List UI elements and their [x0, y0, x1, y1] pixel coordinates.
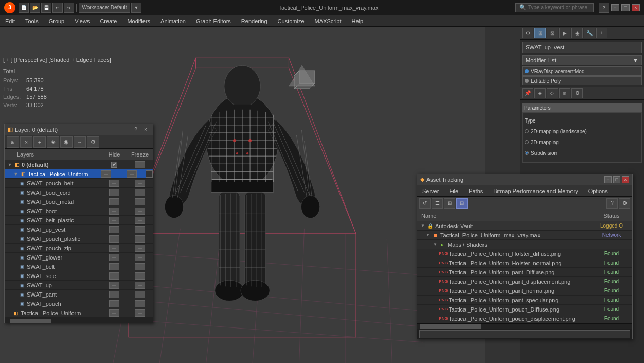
asset-menu-options[interactable]: Options — [583, 185, 613, 197]
asset-item[interactable]: PNG Tactical_Police_Uniform_pouch_Diffus… — [417, 305, 632, 314]
hide-dash[interactable]: — — [109, 189, 119, 196]
menu-modifiers[interactable]: Modifiers — [122, 15, 155, 27]
freeze-dash[interactable]: — — [135, 208, 145, 215]
hide-dash[interactable]: — — [109, 226, 119, 233]
pin-stack-btn[interactable]: 📌 — [522, 88, 533, 98]
undo-btn[interactable]: ↩ — [52, 3, 63, 13]
layer-item[interactable]: ▼ ◧ 0 (default) ✓ — — [5, 160, 153, 169]
freeze-dash[interactable]: — — [135, 282, 145, 289]
hide-dash[interactable]: — — [109, 272, 119, 280]
create-panel-btn[interactable]: + — [596, 28, 607, 38]
hide-dash[interactable]: — — [109, 217, 119, 224]
hide-checkbox[interactable]: ✓ — [111, 162, 117, 168]
asset-menu-bitmap-perf[interactable]: Bitmap Performance and Memory — [488, 185, 583, 197]
object-name-field[interactable]: SWAT_up_vest — [522, 42, 642, 53]
freeze-dash[interactable]: — — [135, 309, 145, 317]
close-btn[interactable]: × — [632, 4, 640, 11]
layer-item[interactable]: ▣ SWAT_up — — — [5, 281, 153, 290]
layer-item[interactable]: ▣ SWAT_glower — — — [5, 253, 153, 262]
layer-properties-btn[interactable]: ⚙ — [87, 136, 99, 148]
hierarchy-btn[interactable]: ⊠ — [547, 28, 558, 38]
hide-dash[interactable]: — — [109, 208, 119, 215]
asset-item[interactable]: PNG Tactical_Police_Uniform_pant_normal.… — [417, 286, 632, 296]
hide-dash[interactable]: — — [109, 180, 119, 187]
freeze-dash[interactable]: — — [135, 254, 145, 261]
utilities-btn[interactable]: 🔧 — [584, 28, 595, 38]
menu-edit[interactable]: Edit — [0, 15, 20, 27]
asset-settings-btn[interactable]: ⚙ — [619, 198, 630, 209]
layer-color-swatch[interactable] — [146, 170, 153, 178]
freeze-dash[interactable]: — — [135, 245, 145, 252]
hide-dash[interactable]: — — [109, 282, 119, 289]
menu-tools[interactable]: Tools — [20, 15, 44, 27]
layer-item[interactable]: ▼ ◧ Tactical_Police_Uniform — — — [5, 169, 153, 179]
layer-new-btn[interactable]: ⊞ — [7, 136, 19, 148]
freeze-dash[interactable]: — — [135, 300, 145, 307]
menu-maxscript[interactable]: MAXScript — [310, 15, 347, 27]
asset-item[interactable]: PNG Tactical_Police_Uniform_pouch_displa… — [417, 314, 632, 323]
hide-dash[interactable]: — — [109, 309, 119, 317]
menu-group[interactable]: Group — [44, 15, 70, 27]
asset-list-view-btn[interactable]: ☰ — [432, 198, 443, 209]
search-input[interactable] — [528, 5, 590, 10]
new-file-btn[interactable]: 📄 — [19, 3, 29, 13]
freeze-dash[interactable]: — — [135, 291, 145, 298]
redo-btn[interactable]: ↪ — [64, 3, 74, 13]
asset-item[interactable]: ▼ 🔒 Autodesk Vault Logged O — [417, 221, 632, 231]
layer-freeze-check[interactable]: — — [119, 170, 145, 178]
layer-select-layer-btn[interactable]: ◉ — [60, 136, 73, 148]
layer-item[interactable]: ▣ SWAT_pouch_zip — — — [5, 244, 153, 253]
menu-customize[interactable]: Customize — [273, 15, 310, 27]
layer-item[interactable]: ▣ SWAT_boot_metal — — — [5, 197, 153, 206]
asset-refresh-btn[interactable]: ↺ — [419, 198, 431, 209]
asset-path-input[interactable] — [419, 330, 630, 338]
help-icon-btn[interactable]: ? — [599, 3, 609, 13]
make-unique-btn[interactable]: ◇ — [547, 88, 558, 98]
workspace-dropdown-btn[interactable]: ▼ — [131, 3, 141, 13]
layer-item[interactable]: ▣ SWAT_pouch — — — [5, 299, 153, 308]
workspace-btn[interactable]: Workspace: Default — [79, 3, 130, 13]
freeze-dash[interactable]: — — [135, 198, 145, 205]
hide-dash[interactable]: — — [109, 263, 119, 270]
layer-item[interactable]: ◧ Tactical_Police_Uniform — — — [5, 308, 153, 318]
param-2d-mapping[interactable]: 2D mapping (landscape) — [525, 127, 639, 136]
param-3d-mapping[interactable]: 3D mapping — [525, 137, 639, 147]
view-cube[interactable] — [284, 63, 320, 99]
layer-move-to-layer-btn[interactable]: → — [74, 136, 86, 148]
asset-help-btn[interactable]: ? — [606, 198, 618, 209]
freeze-dash[interactable]: — — [135, 226, 145, 233]
hide-dash[interactable]: — — [109, 235, 119, 243]
layer-item[interactable]: ▣ SWAT_belt_plastic — — — [5, 216, 153, 225]
asset-close-btn[interactable]: × — [622, 176, 629, 183]
minimize-btn[interactable]: − — [611, 4, 619, 11]
maximize-btn[interactable]: □ — [621, 4, 630, 11]
layer-item[interactable]: ▣ SWAT_pouch_plastic — — — [5, 234, 153, 244]
hide-dash[interactable]: — — [109, 254, 119, 261]
freeze-dash[interactable]: — — [135, 235, 145, 243]
layer-item[interactable]: ▣ SWAT_sole — — — [5, 271, 153, 281]
hide-dash[interactable]: — — [109, 300, 119, 307]
asset-scrollbar[interactable] — [417, 323, 632, 329]
asset-maximize-btn[interactable]: □ — [613, 176, 620, 183]
asset-menu-server[interactable]: Server — [417, 185, 444, 197]
asset-item[interactable]: PNG Tactical_Police_Uniform_pant_Diffuse… — [417, 268, 632, 277]
asset-item[interactable]: PNG Tactical_Police_Uniform_Holster_norm… — [417, 258, 632, 268]
layer-item[interactable]: ▣ SWAT_boot — — — [5, 206, 153, 216]
configure-modifier-btn[interactable]: ⚙ — [571, 88, 583, 98]
asset-menu-file[interactable]: File — [444, 185, 463, 197]
menu-views[interactable]: Views — [69, 15, 95, 27]
layer-item[interactable]: ▣ SWAT_belt — — — [5, 262, 153, 271]
hide-dash[interactable]: — — [101, 170, 111, 178]
menu-graph-editors[interactable]: Graph Editors — [191, 15, 236, 27]
layer-item[interactable]: ▣ SWAT_pouch_belt — — — [5, 179, 153, 188]
layer-close-btn[interactable]: × — [141, 126, 150, 134]
remove-modifier-btn[interactable]: 🗑 — [559, 88, 570, 98]
freeze-dash[interactable]: — — [135, 272, 145, 280]
layer-delete-btn[interactable]: × — [20, 136, 32, 148]
display-btn[interactable]: ◉ — [571, 28, 583, 38]
asset-scrollbar-thumb[interactable] — [420, 324, 481, 329]
layer-add-selection-btn[interactable]: + — [33, 136, 46, 148]
object-properties-btn[interactable]: ⚙ — [522, 28, 533, 38]
asset-item[interactable]: ▼ ◼ Tactical_Police_Uniform_max_vray.max… — [417, 231, 632, 240]
motion-btn[interactable]: ▶ — [559, 28, 570, 38]
